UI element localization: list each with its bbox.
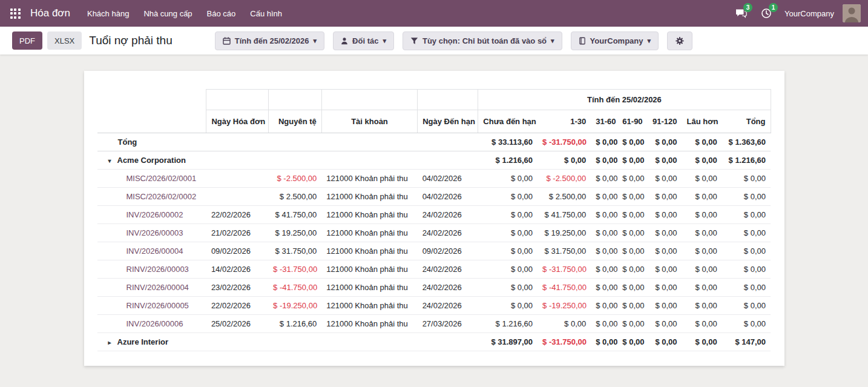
- detail-cell: 121000 Khoản phải thu: [321, 297, 417, 315]
- user-avatar-icon: [843, 4, 861, 22]
- xlsx-button[interactable]: XLSX: [47, 31, 82, 50]
- row-label-cell: RINV/2026/00004: [97, 279, 206, 297]
- detail-cell: [268, 333, 321, 351]
- chevron-down-icon: ▾: [314, 38, 317, 44]
- row-label-cell: MISC/2026/02/0002: [97, 188, 206, 206]
- document-link[interactable]: INV/2026/00004: [127, 246, 183, 256]
- detail-cell: 121000 Khoản phải thu: [321, 224, 417, 242]
- amount-cell: $ 0,00: [478, 224, 538, 242]
- col-header-61-90: 61-90: [617, 110, 646, 133]
- row-label: Tổng: [118, 137, 137, 147]
- avatar[interactable]: [843, 4, 861, 22]
- report-line-row: INV/2026/0000409/02/2026$ 31.750,0012100…: [97, 242, 771, 260]
- document-link[interactable]: INV/2026/00002: [127, 210, 183, 219]
- report-line-row: INV/2026/0000321/02/2026$ 19.250,0012100…: [97, 224, 771, 242]
- detail-cell: $ 19.250,00: [268, 224, 321, 242]
- apps-menu-button[interactable]: [4, 0, 27, 27]
- amount-cell: $ 0,00: [646, 315, 682, 333]
- row-label-cell: MISC/2026/02/0001: [97, 170, 206, 188]
- amount-cell: $ -19.250,00: [538, 297, 591, 315]
- amount-cell: $ 0,00: [591, 151, 617, 170]
- amount-cell: $ 19.250,00: [538, 224, 591, 242]
- amount-cell: $ 0,00: [591, 206, 617, 224]
- amount-cell: $ 0,00: [682, 151, 722, 170]
- document-link[interactable]: RINV/2026/00003: [127, 265, 189, 274]
- col-header-31-60: 31-60: [591, 110, 617, 133]
- messages-button[interactable]: 3: [731, 4, 751, 23]
- document-link[interactable]: RINV/2026/00004: [127, 283, 189, 292]
- chevron-down-icon: ▾: [648, 38, 651, 44]
- caret-collapsed-icon[interactable]: ▸: [108, 339, 117, 346]
- amount-cell: $ 0,00: [591, 260, 617, 279]
- app-name[interactable]: Hóa đơn: [30, 7, 70, 19]
- report-settings-button[interactable]: [667, 31, 692, 50]
- row-label[interactable]: Acme Corporation: [117, 156, 186, 165]
- report-line-row: INV/2026/0000222/02/2026$ 41.750,0012100…: [97, 206, 771, 224]
- pdf-button[interactable]: PDF: [12, 31, 42, 50]
- amount-cell: $ 0,00: [682, 260, 722, 279]
- amount-cell: $ 0,00: [646, 242, 682, 260]
- amount-cell: $ 0,00: [682, 279, 722, 297]
- document-link[interactable]: RINV/2026/00005: [127, 301, 189, 310]
- detail-cell: [321, 133, 417, 151]
- report-table-body: Tổng$ 33.113,60$ -31.750,00$ 0,00$ 0,00$…: [97, 133, 771, 351]
- amount-cell: $ 0,00: [646, 224, 682, 242]
- caret-expanded-icon[interactable]: ▾: [108, 157, 117, 164]
- menu-item-cau-hinh[interactable]: Cấu hình: [243, 0, 289, 27]
- amount-cell: $ 41.750,00: [538, 206, 591, 224]
- amount-cell: $ -31.750,00: [538, 333, 591, 351]
- amount-cell: $ 0,00: [646, 151, 682, 170]
- detail-cell: [206, 133, 268, 151]
- amount-cell: $ 147,00: [722, 333, 771, 351]
- amount-cell: $ 0,00: [478, 188, 538, 206]
- amount-cell: $ 0,00: [646, 206, 682, 224]
- journal-filter-button[interactable]: YourCompany ▾: [571, 31, 659, 50]
- amount-cell: $ -31.750,00: [538, 260, 591, 279]
- apps-grid-icon: [10, 8, 21, 19]
- empty-header-cell: [418, 90, 478, 110]
- detail-cell: [206, 333, 268, 351]
- content-area: Tính đến 25/02/2026 Ngày Hóa đơn Nguyên …: [0, 55, 868, 387]
- detail-cell: 24/02/2026: [418, 279, 478, 297]
- book-icon: [579, 37, 586, 45]
- document-link[interactable]: INV/2026/00003: [127, 228, 183, 237]
- detail-cell: [206, 170, 268, 188]
- amount-cell: $ 0,00: [591, 170, 617, 188]
- amount-cell: $ 0,00: [591, 315, 617, 333]
- date-filter-button[interactable]: Tính đến 25/02/2026 ▾: [215, 31, 324, 50]
- menu-item-bao-cao[interactable]: Báo cáo: [200, 0, 243, 27]
- options-filter-button[interactable]: Tùy chọn: Chỉ bút toán đã vào sổ ▾: [403, 31, 562, 50]
- detail-cell: 21/02/2026: [206, 224, 268, 242]
- empty-header-cell: [321, 90, 417, 110]
- amount-cell: $ 0,00: [617, 242, 646, 260]
- detail-cell: [321, 151, 417, 170]
- row-label-cell: INV/2026/00003: [97, 224, 206, 242]
- calendar-icon: [223, 37, 231, 45]
- activities-button[interactable]: 1: [757, 4, 776, 23]
- document-link[interactable]: MISC/2026/02/0002: [127, 192, 197, 201]
- col-header-not-due: Chưa đến hạn: [478, 110, 538, 133]
- col-header-due-date: Ngày Đến hạn: [418, 110, 478, 133]
- menu-item-khach-hang[interactable]: Khách hàng: [80, 0, 136, 27]
- empty-header-cell: [206, 90, 268, 110]
- document-link[interactable]: INV/2026/00006: [127, 319, 183, 328]
- column-header-row: Ngày Hóa đơn Nguyên tệ Tài khoản Ngày Đế…: [97, 110, 771, 133]
- detail-cell: 09/02/2026: [206, 242, 268, 260]
- company-switcher[interactable]: YourCompany: [784, 9, 834, 18]
- empty-header-cell: [268, 90, 321, 110]
- partner-filter-button[interactable]: Đối tác ▾: [333, 31, 394, 50]
- row-label[interactable]: Azure Interior: [117, 337, 169, 346]
- chevron-down-icon: ▾: [551, 38, 554, 44]
- menu-item-nha-cung-cap[interactable]: Nhà cung cấp: [136, 0, 199, 27]
- amount-cell: $ 0,00: [591, 188, 617, 206]
- detail-cell: [206, 188, 268, 206]
- amount-cell: $ 0,00: [591, 242, 617, 260]
- amount-cell: $ 0,00: [722, 188, 771, 206]
- amount-cell: $ 0,00: [646, 260, 682, 279]
- row-label-cell: INV/2026/00002: [97, 206, 206, 224]
- amount-cell: $ 0,00: [617, 188, 646, 206]
- detail-cell: $ 2.500,00: [268, 188, 321, 206]
- row-label-cell: ▸Azure Interior: [97, 333, 206, 351]
- amount-cell: $ 0,00: [722, 242, 771, 260]
- document-link[interactable]: MISC/2026/02/0001: [127, 174, 197, 183]
